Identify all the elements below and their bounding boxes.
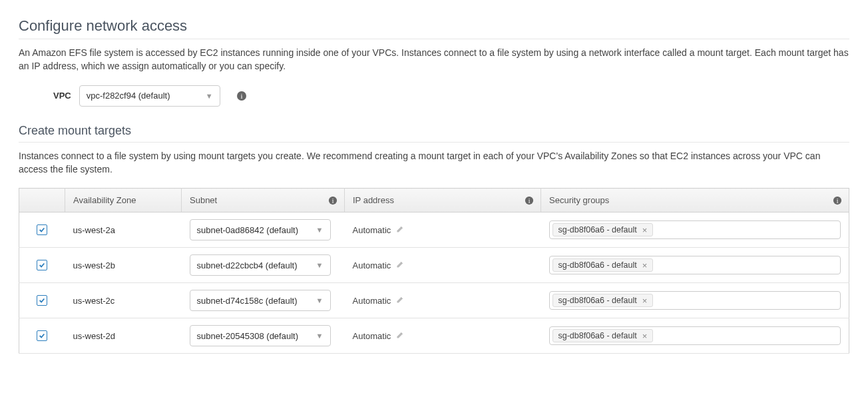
chevron-down-icon: ▼ [206, 92, 213, 100]
info-icon[interactable]: i [833, 196, 842, 205]
security-group-token: sg-db8f06a6 - default× [552, 258, 654, 272]
row-checkbox[interactable] [37, 224, 47, 235]
header-ip-label: IP address [353, 195, 394, 205]
table-row: us-west-2asubnet-0ad86842 (default)▼Auto… [19, 212, 849, 248]
header-checkbox [19, 189, 65, 212]
info-icon[interactable]: i [236, 91, 247, 101]
svg-text:i: i [529, 197, 531, 204]
header-subnet: Subnet i [182, 189, 345, 212]
header-sg: Security groups i [541, 189, 849, 212]
remove-token-icon[interactable]: × [641, 332, 649, 340]
remove-token-icon[interactable]: × [641, 226, 649, 234]
chevron-down-icon: ▼ [316, 296, 324, 304]
edit-icon[interactable] [396, 331, 404, 341]
vpc-select-value: vpc-f282cf94 (default) [87, 91, 170, 101]
vpc-select[interactable]: vpc-f282cf94 (default) ▼ [79, 85, 220, 107]
table-row: us-west-2dsubnet-20545308 (default)▼Auto… [19, 318, 849, 354]
edit-icon[interactable] [396, 296, 404, 306]
az-cell: us-west-2a [65, 212, 182, 248]
configure-title: Configure network access [19, 17, 849, 39]
subnet-select[interactable]: subnet-d22cbcb4 (default)▼ [190, 254, 331, 276]
subnet-select-value: subnet-20545308 (default) [197, 331, 299, 341]
mount-targets-table: Availability Zone Subnet i IP address i … [19, 188, 849, 354]
security-group-token: sg-db8f06a6 - default× [552, 329, 654, 342]
security-group-label: sg-db8f06a6 - default [558, 225, 637, 234]
table-row: us-west-2bsubnet-d22cbcb4 (default)▼Auto… [19, 248, 849, 283]
ip-value: Automatic [353, 225, 391, 235]
mount-description: Instances connect to a file system by us… [19, 149, 849, 177]
edit-icon[interactable] [396, 225, 404, 235]
header-sg-label: Security groups [549, 195, 609, 205]
svg-text:i: i [332, 197, 334, 204]
security-group-label: sg-db8f06a6 - default [558, 296, 637, 305]
az-cell: us-west-2d [65, 318, 182, 354]
ip-value: Automatic [353, 260, 391, 270]
info-icon[interactable]: i [328, 196, 337, 205]
subnet-select[interactable]: subnet-20545308 (default)▼ [190, 325, 331, 346]
vpc-field: VPC vpc-f282cf94 (default) ▼ i [53, 85, 849, 107]
vpc-label: VPC [53, 91, 71, 101]
security-group-label: sg-db8f06a6 - default [558, 260, 637, 270]
header-ip: IP address i [345, 189, 541, 212]
security-groups-input[interactable]: sg-db8f06a6 - default× [549, 220, 841, 239]
configure-description: An Amazon EFS file system is accessed by… [19, 46, 849, 73]
header-az: Availability Zone [65, 189, 182, 212]
security-group-token: sg-db8f06a6 - default× [552, 223, 654, 236]
chevron-down-icon: ▼ [316, 261, 324, 269]
mount-title: Create mount targets [19, 124, 849, 143]
subnet-select-value: subnet-d22cbcb4 (default) [197, 260, 298, 270]
az-cell: us-west-2c [65, 283, 182, 318]
header-subnet-label: Subnet [190, 195, 217, 205]
subnet-select-value: subnet-d74c158c (default) [197, 296, 298, 306]
row-checkbox[interactable] [37, 260, 47, 270]
table-row: us-west-2csubnet-d74c158c (default)▼Auto… [19, 283, 849, 318]
remove-token-icon[interactable]: × [641, 296, 649, 305]
security-groups-input[interactable]: sg-db8f06a6 - default× [549, 326, 841, 345]
subnet-select[interactable]: subnet-0ad86842 (default)▼ [190, 219, 331, 240]
svg-text:i: i [837, 197, 839, 204]
info-icon[interactable]: i [525, 196, 534, 205]
ip-value: Automatic [353, 331, 391, 341]
security-group-token: sg-db8f06a6 - default× [552, 294, 654, 307]
subnet-select[interactable]: subnet-d74c158c (default)▼ [190, 290, 331, 311]
security-group-label: sg-db8f06a6 - default [558, 331, 637, 340]
az-cell: us-west-2b [65, 248, 182, 283]
row-checkbox[interactable] [37, 295, 47, 306]
security-groups-input[interactable]: sg-db8f06a6 - default× [549, 256, 841, 274]
subnet-select-value: subnet-0ad86842 (default) [197, 225, 299, 235]
remove-token-icon[interactable]: × [641, 261, 649, 270]
chevron-down-icon: ▼ [316, 226, 324, 234]
edit-icon[interactable] [396, 260, 404, 270]
chevron-down-icon: ▼ [316, 332, 324, 340]
svg-text:i: i [240, 92, 242, 100]
security-groups-input[interactable]: sg-db8f06a6 - default× [549, 291, 841, 310]
row-checkbox[interactable] [37, 330, 47, 341]
ip-value: Automatic [353, 296, 391, 306]
